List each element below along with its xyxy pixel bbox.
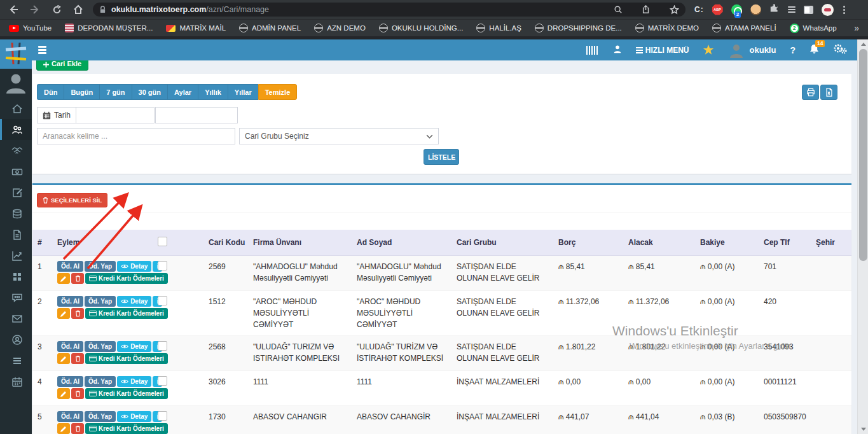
date-range-button[interactable]: Bugün xyxy=(64,84,99,100)
scroll-down-icon[interactable] xyxy=(858,424,868,434)
sidebar-item-home[interactable] xyxy=(0,98,32,119)
browser-profile-avatar[interactable] xyxy=(822,4,834,16)
date-range-button[interactable]: Dün xyxy=(37,84,64,100)
pay-make-button[interactable]: Öd. Yap xyxy=(85,261,116,272)
date-range-button[interactable]: Yıllar xyxy=(228,84,258,100)
side-panel-icon[interactable] xyxy=(804,6,813,14)
detail-button[interactable]: Detay xyxy=(117,341,151,352)
browser-menu-icon[interactable] xyxy=(843,6,845,14)
detail-button[interactable]: Detay xyxy=(117,296,151,307)
bookmark-item[interactable]: DROPSHIPPING DE... xyxy=(535,24,622,32)
reload-icon[interactable] xyxy=(48,3,65,17)
bookmark-item[interactable]: ADMİN PANEL xyxy=(239,24,301,32)
help-button[interactable]: ? xyxy=(790,45,796,55)
sidebar-item-reports[interactable] xyxy=(0,245,32,266)
cari-grubu-select[interactable]: Cari Grubu Seçiniz xyxy=(239,128,439,144)
pay-make-button[interactable]: Öd. Yap xyxy=(85,376,116,387)
playlist-extension-icon[interactable] xyxy=(788,6,796,13)
bookmark-star-icon[interactable] xyxy=(670,5,679,15)
zoom-icon[interactable] xyxy=(614,5,623,14)
pay-make-button[interactable]: Öd. Yap xyxy=(85,341,116,352)
sidebar-toggle-icon[interactable] xyxy=(38,46,46,54)
sidebar-item-messages[interactable] xyxy=(0,287,32,308)
url-bar[interactable]: okuklu.matrixotoerp.com /azn/Cari/manage xyxy=(93,3,685,17)
delete-row-button[interactable] xyxy=(71,353,84,364)
bookmark-item[interactable]: DEPODAN MÜŞTER... xyxy=(65,24,153,32)
app-logo[interactable] xyxy=(0,39,32,69)
clear-filter-button[interactable]: Temizle xyxy=(258,84,298,100)
credit-card-payments-button[interactable]: Kredi Kartı Ödemeleri xyxy=(85,353,168,364)
notifications-bell-icon[interactable]: 14 xyxy=(809,44,819,57)
page-scrollbar[interactable] xyxy=(857,39,868,434)
sidebar-item-lists[interactable] xyxy=(0,350,32,371)
bookmark-item[interactable]: HALİL.AŞ xyxy=(476,24,521,32)
pay-make-button[interactable]: Öd. Yap xyxy=(85,411,116,422)
date-range-button[interactable]: 7 gün xyxy=(99,84,131,100)
forward-icon[interactable] xyxy=(27,3,43,17)
edit-button[interactable] xyxy=(57,273,70,284)
date-range-button[interactable]: Yıllık xyxy=(198,84,228,100)
credit-card-payments-button[interactable]: Kredi Kartı Ödemeleri xyxy=(85,273,168,284)
bookmark-item[interactable]: AZN DEMO xyxy=(314,24,366,32)
sidebar-item-edit[interactable] xyxy=(0,182,32,203)
sidebar-item-documents[interactable] xyxy=(0,224,32,245)
edit-button[interactable] xyxy=(57,353,70,364)
pay-receive-button[interactable]: Öd. Al xyxy=(57,261,83,272)
quick-menu-button[interactable]: HIZLI MENÜ xyxy=(636,46,689,55)
pay-receive-button[interactable]: Öd. Al xyxy=(57,341,83,352)
row-checkbox[interactable] xyxy=(158,261,167,270)
date-start-input[interactable] xyxy=(76,107,155,123)
bookmarks-overflow-chevron[interactable]: » xyxy=(854,23,859,33)
bookmark-item[interactable]: YouTube xyxy=(9,24,52,32)
delete-row-button[interactable] xyxy=(71,308,84,319)
sidebar-item-modules[interactable] xyxy=(0,266,32,287)
sidebar-item-customers[interactable] xyxy=(0,119,32,140)
date-end-input[interactable] xyxy=(155,107,238,123)
date-range-button[interactable]: 30 gün xyxy=(132,84,167,100)
bookmark-item[interactable]: OKUKLU HOLDİNG... xyxy=(379,24,463,32)
favorites-star-icon[interactable] xyxy=(703,45,714,55)
select-all-checkbox[interactable] xyxy=(158,237,167,246)
credit-card-payments-button[interactable]: Kredi Kartı Ödemeleri xyxy=(85,423,168,434)
detail-button[interactable]: Detay xyxy=(117,261,151,272)
detail-button[interactable]: Detay xyxy=(117,376,151,387)
bookmark-item[interactable]: MATRİX DEMO xyxy=(635,24,699,32)
row-checkbox[interactable] xyxy=(158,376,167,386)
edit-button[interactable] xyxy=(57,423,70,434)
pay-make-button[interactable]: Öd. Yap xyxy=(85,296,116,307)
share-icon[interactable] xyxy=(642,5,651,14)
search-input[interactable] xyxy=(37,128,235,144)
excel-export-button[interactable] xyxy=(820,85,837,100)
edit-button[interactable] xyxy=(57,388,70,399)
add-cari-button[interactable]: Cari Ekle xyxy=(36,60,88,71)
row-checkbox[interactable] xyxy=(158,411,167,421)
scroll-up-icon[interactable] xyxy=(858,39,868,49)
sidebar-item-mail[interactable] xyxy=(0,308,32,329)
pay-receive-button[interactable]: Öd. Al xyxy=(57,376,83,387)
date-range-button[interactable]: Aylar xyxy=(167,84,198,100)
edit-button[interactable] xyxy=(57,308,70,319)
delete-row-button[interactable] xyxy=(71,423,84,434)
delete-selected-button[interactable]: SEÇİLENLERİ SİL xyxy=(37,193,107,207)
pay-receive-button[interactable]: Öd. Al xyxy=(57,411,83,422)
credit-card-payments-button[interactable]: Kredi Kartı Ödemeleri xyxy=(85,308,168,319)
row-checkbox[interactable] xyxy=(158,296,167,305)
barcode-icon[interactable] xyxy=(586,46,599,55)
scrollbar-thumb[interactable] xyxy=(859,49,867,261)
home-icon[interactable] xyxy=(70,3,86,17)
sidebar-item-calendar[interactable] xyxy=(0,371,32,392)
sidebar-item-database[interactable] xyxy=(0,203,32,224)
extensions-puzzle-icon[interactable] xyxy=(769,3,780,16)
bookmark-item[interactable]: MATRİX MAİL xyxy=(166,24,226,32)
whatsapp-extension-icon[interactable]: 2 xyxy=(731,4,742,15)
detail-button[interactable]: Detay xyxy=(117,411,151,422)
bookmark-item[interactable]: ATAMA PANELİ xyxy=(712,24,776,32)
avatar-extension-icon[interactable] xyxy=(750,4,761,15)
print-button[interactable] xyxy=(802,85,819,100)
delete-row-button[interactable] xyxy=(71,273,84,284)
back-icon[interactable] xyxy=(5,3,22,17)
settings-gears-icon[interactable] xyxy=(833,43,847,57)
adblock-extension-icon[interactable]: ABP xyxy=(712,4,723,15)
account-menu[interactable]: okuklu xyxy=(728,42,776,59)
delete-row-button[interactable] xyxy=(71,388,84,399)
